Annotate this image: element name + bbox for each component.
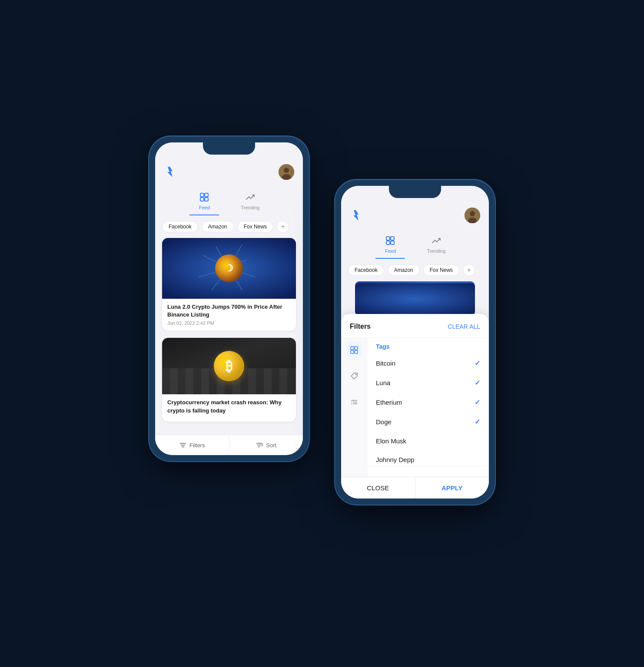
blurred-news-image	[355, 281, 475, 316]
luna-crack: ☽	[162, 238, 296, 299]
clear-all-button[interactable]: CLEAR ALL	[448, 323, 480, 330]
filter-label-luna: Luna	[376, 379, 390, 386]
tab-bar-1: Feed Trending	[155, 184, 303, 215]
feed-icon-1	[198, 191, 210, 203]
filter-item-luna[interactable]: Luna ✓	[367, 373, 489, 393]
chip-foxnews-1[interactable]: Fox News	[237, 221, 273, 232]
tab-feed-label-2: Feed	[385, 248, 396, 254]
filter-item-etherium[interactable]: Etherium ✓	[367, 393, 489, 412]
svg-rect-5	[205, 193, 208, 197]
tab-trending-2[interactable]: Trending	[418, 232, 454, 259]
filter-check-etherium: ✓	[475, 398, 480, 406]
tab-feed-2[interactable]: Feed	[375, 232, 405, 259]
tab-trending-1[interactable]: Trending	[232, 188, 268, 215]
filter-item-elon[interactable]: Elon Musk	[367, 432, 489, 450]
svg-marker-0	[167, 167, 173, 177]
close-filter-button[interactable]: CLOSE	[341, 477, 415, 499]
filter-item-johnny[interactable]: Johnny Depp	[367, 450, 489, 466]
news-feed-1: ☽ Luna 2.0 Crypto Jumps 700% in Price Af…	[155, 238, 303, 435]
svg-rect-35	[355, 347, 358, 350]
svg-point-27	[470, 211, 475, 216]
svg-rect-32	[391, 241, 394, 244]
filter-item-bitcoin[interactable]: Bitcoin ✓	[367, 353, 489, 373]
sort-icon	[256, 441, 263, 449]
chip-foxnews-2[interactable]: Fox News	[423, 264, 459, 276]
user-avatar-2[interactable]	[465, 208, 480, 223]
filter-icon-grid[interactable]	[346, 342, 362, 358]
user-avatar-1[interactable]	[279, 164, 294, 180]
screen-1: Feed Trending Facebook	[155, 142, 303, 455]
svg-rect-33	[355, 283, 475, 314]
tab-feed-label-1: Feed	[199, 205, 210, 210]
bitcoin-news-content: Cryptocurrency market crash reason: Why …	[162, 394, 296, 421]
svg-rect-31	[386, 241, 390, 244]
app-screen-2: Feed Trending Facebook	[341, 186, 489, 499]
svg-rect-36	[351, 350, 354, 353]
filter-category-tags: Tags	[367, 338, 489, 353]
svg-rect-4	[200, 193, 204, 197]
news-card-luna[interactable]: ☽ Luna 2.0 Crypto Jumps 700% in Price Af…	[162, 238, 296, 331]
luna-image: ☽	[162, 238, 296, 299]
sort-label: Sort	[266, 442, 276, 449]
filter-list: Tags Bitcoin ✓ Luna ✓ Etherium	[367, 338, 489, 477]
filter-panel: Filters CLEAR ALL	[341, 314, 489, 499]
filters-button[interactable]: Filters	[155, 435, 229, 455]
chip-add-1[interactable]: +	[277, 221, 289, 233]
svg-point-38	[355, 374, 356, 375]
tab-trending-label-2: Trending	[427, 248, 445, 254]
svg-rect-34	[351, 347, 354, 350]
bitcoin-news-title: Cryptocurrency market crash reason: Why …	[167, 399, 291, 414]
chip-amazon-1[interactable]: Amazon	[202, 221, 234, 232]
svg-rect-29	[386, 237, 390, 240]
filter-title: Filters	[350, 323, 371, 330]
sort-button[interactable]: Sort	[229, 435, 303, 455]
trending-icon-1	[244, 191, 256, 203]
filter-footer: CLOSE APPLY	[341, 477, 489, 499]
filter-label-bitcoin: Bitcoin	[376, 360, 395, 367]
app-screen-1: Feed Trending Facebook	[155, 142, 303, 455]
app-logo-1	[164, 166, 176, 178]
filter-sidebar	[341, 338, 367, 477]
chip-add-2[interactable]: +	[463, 264, 475, 276]
chip-amazon-2[interactable]: Amazon	[388, 264, 420, 276]
filter-check-luna: ✓	[475, 379, 480, 387]
phones-container: Feed Trending Facebook	[149, 136, 495, 505]
news-card-bitcoin[interactable]: ₿ Cryptocurrency market crash reason: Wh…	[162, 338, 296, 421]
notch-1	[203, 142, 255, 155]
filter-label-etherium: Etherium	[376, 399, 402, 406]
phone-2: Feed Trending Facebook	[335, 180, 495, 505]
svg-rect-30	[391, 237, 394, 240]
svg-point-2	[284, 168, 289, 173]
filter-check-bitcoin: ✓	[475, 359, 480, 367]
filter-item-doge[interactable]: Doge ✓	[367, 412, 489, 432]
filters-label: Filters	[189, 442, 205, 449]
filter-label-elon: Elon Musk	[376, 437, 406, 445]
feed-icon-2	[384, 234, 396, 247]
svg-text:☽: ☽	[225, 263, 233, 274]
svg-marker-25	[353, 210, 359, 221]
filter-label-johnny: Johnny Depp	[376, 456, 414, 463]
luna-news-content: Luna 2.0 Crypto Jumps 700% in Price Afte…	[162, 299, 296, 331]
luna-news-date: Jun 02, 2022 2:42 PM	[167, 320, 291, 326]
filter-body: Tags Bitcoin ✓ Luna ✓ Etherium	[341, 338, 489, 477]
svg-rect-6	[200, 198, 204, 201]
filter-chips-1: Facebook Amazon Fox News +	[155, 215, 303, 238]
bitcoin-coin: ₿	[214, 351, 244, 381]
filter-icon-tag[interactable]	[346, 368, 362, 384]
screen-2: Feed Trending Facebook	[341, 186, 489, 499]
tab-feed-1[interactable]: Feed	[189, 188, 219, 215]
background-content	[341, 281, 489, 316]
filters-icon	[179, 441, 187, 449]
tab-bar-2: Feed Trending	[341, 228, 489, 259]
svg-rect-7	[205, 198, 208, 201]
filter-icon-list[interactable]	[346, 394, 362, 410]
chip-facebook-1[interactable]: Facebook	[162, 221, 198, 232]
tab-trending-label-1: Trending	[241, 205, 259, 210]
trending-icon-2	[430, 234, 442, 247]
chip-facebook-2[interactable]: Facebook	[348, 264, 384, 276]
luna-news-title: Luna 2.0 Crypto Jumps 700% in Price Afte…	[167, 303, 291, 319]
apply-filter-button[interactable]: APPLY	[415, 477, 489, 499]
app-logo-2	[350, 209, 362, 221]
filter-label-doge: Doge	[376, 418, 392, 426]
bitcoin-image: ₿	[162, 338, 296, 394]
